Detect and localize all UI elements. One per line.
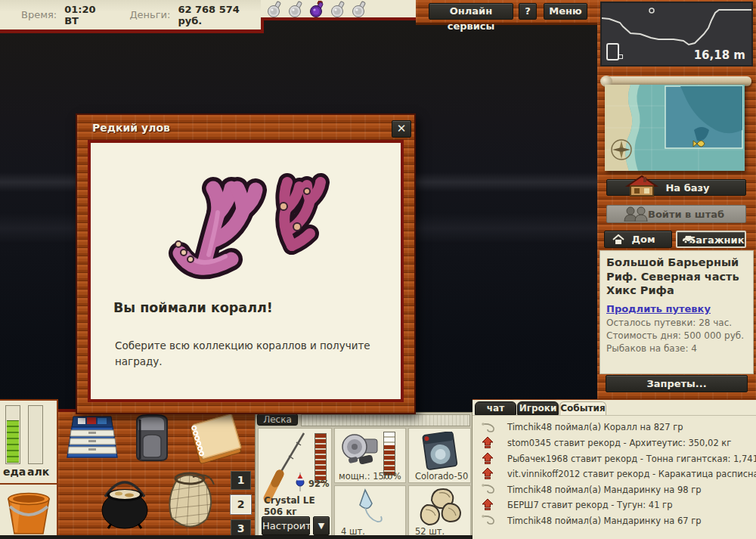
rod-name: Crystal LE <box>264 495 315 506</box>
notebook-icon[interactable] <box>185 414 246 465</box>
home-icon <box>612 234 624 244</box>
location-title: Большой Барьерный Риф. Северная часть Хи… <box>606 256 747 298</box>
line-label: Леска <box>257 414 298 426</box>
bucket-panel <box>0 483 58 539</box>
top-menu-bar: Онлайн сервисы ? Меню <box>416 0 597 25</box>
battery-icon <box>606 43 619 60</box>
potion-flask-empty-icon[interactable] <box>265 1 285 17</box>
map-fish-marker <box>693 141 705 147</box>
car-icon <box>682 234 695 243</box>
event-message: vit.vinnikoff2012 ставит рекорд - Карака… <box>507 469 756 479</box>
base-house-icon <box>624 174 659 198</box>
rod-capacity: 506 кг <box>264 506 297 517</box>
rod-percent: 92% <box>308 479 330 489</box>
float-icon <box>295 472 305 492</box>
potion-flask-empty-icon[interactable] <box>350 1 370 17</box>
rare-catch-dialog: Редкий улов ✕ <box>76 113 416 414</box>
float-marker <box>649 8 654 13</box>
line-name: Colorado-50 <box>415 471 468 482</box>
reel-charge-bar <box>383 432 395 475</box>
fishhook-icon <box>482 514 498 526</box>
potion-flask-full-icon[interactable] <box>308 1 327 17</box>
rod-dropdown-button[interactable]: ▼ <box>313 516 330 535</box>
location-panel: Большой Барьерный Риф. Северная часть Хи… <box>600 250 754 374</box>
compass-rose-icon <box>612 140 631 160</box>
potion-flask-empty-icon[interactable] <box>329 1 349 17</box>
event-message: БЕРШ7 ставит рекорд - Тугун: 41 гр <box>507 500 672 510</box>
money-label: Деньги: <box>129 9 170 20</box>
reel-slot[interactable]: мощн.: 150 70% <box>334 428 406 483</box>
keepnet-icon[interactable] <box>160 468 220 534</box>
food-meter <box>5 405 20 464</box>
online-services-button[interactable]: Онлайн сервисы <box>429 3 513 20</box>
event-message: stom0345 ставит рекорд - Архитеутис: 350… <box>507 438 731 448</box>
record-up-arrow-icon <box>482 436 498 448</box>
sonar-panel: 16,18 m <box>600 2 753 67</box>
help-button[interactable]: ? <box>519 3 537 20</box>
line-spool-icon <box>422 432 458 471</box>
potion-bar <box>261 0 423 20</box>
reel-icon <box>339 432 382 468</box>
game-screen: 16,18 m <box>0 0 756 539</box>
tab-chat[interactable]: чат <box>475 401 516 415</box>
dialog-title: Редкий улов <box>92 122 170 134</box>
inventory-area: 1 2 3 <box>58 409 255 539</box>
tackle-panel: Леска 92% Crystal LE 506 кг <box>255 412 472 539</box>
configure-rod-button[interactable]: Настроить <box>262 516 310 535</box>
money-value: 62 768 574 руб. <box>178 4 261 26</box>
status-bar: Время: 01:20 ВТ Деньги: 62 768 574 руб. <box>0 0 264 33</box>
record-up-arrow-icon <box>482 467 498 479</box>
event-message: Рыбачек1968 ставит рекорд - Тонна гигант… <box>507 454 756 464</box>
minimap[interactable] <box>605 85 745 171</box>
bucket-icon[interactable] <box>2 488 55 538</box>
record-up-arrow-icon <box>482 498 498 510</box>
time-value: 01:20 ВТ <box>64 4 110 26</box>
extend-ticket-link[interactable]: Продлить путевку <box>606 303 711 314</box>
fishhook-icon <box>482 483 498 495</box>
jig-lure-icon <box>345 488 392 526</box>
coral-image <box>157 156 331 293</box>
fishhook-icon <box>482 422 498 434</box>
menu-button[interactable]: Меню <box>544 3 587 20</box>
tab-events[interactable]: События <box>559 401 606 415</box>
record-up-arrow-icon <box>482 452 498 464</box>
catch-heading: Вы поймали коралл! <box>113 300 273 315</box>
inventory-slot-2[interactable]: 2 <box>231 495 251 514</box>
bait-slot[interactable]: 52 шт. <box>408 485 471 537</box>
close-icon[interactable]: ✕ <box>392 120 411 138</box>
ticket-left-text: Осталось путевки: 28 час. <box>606 318 747 328</box>
inventory-slot-1[interactable]: 1 <box>231 471 251 490</box>
rod-slot[interactable]: 92% Crystal LE 506 кг Настроить ▼ <box>258 428 332 537</box>
catch-description: Соберите всю коллекцию кораллов и получи… <box>115 338 396 370</box>
events-list: Timchik48 поймал(а) Коралл на 827 гр sto… <box>472 415 756 539</box>
backpack-icon[interactable] <box>128 414 176 462</box>
bottom-edge <box>0 535 472 539</box>
fishers-count-text: Рыбаков на базе: 4 <box>606 343 747 354</box>
day-cost-text: Стоимость дня: 500 000 руб. <box>606 330 747 341</box>
tackle-box-icon[interactable] <box>64 414 120 462</box>
event-message: Timchik48 поймал(а) Коралл на 827 гр <box>507 422 683 432</box>
oysters-icon <box>415 487 465 528</box>
bans-button[interactable]: Запреты... <box>606 375 748 392</box>
alcohol-label: алк <box>27 466 49 478</box>
people-icon <box>623 206 649 221</box>
lure-slot[interactable]: 4 шт. <box>334 485 406 537</box>
line-slot[interactable]: Colorado-50 <box>408 428 471 483</box>
needs-panel: еда алк <box>0 399 58 483</box>
event-message: Timchik48 поймал(а) Мандаринку на 98 гр <box>507 485 702 495</box>
reel-percent: 70% <box>382 471 401 482</box>
time-label: Время: <box>21 9 57 20</box>
fishing-rod-icon <box>262 432 308 503</box>
cooking-pot-icon[interactable] <box>98 471 152 531</box>
depth-value: 16,18 m <box>694 48 745 62</box>
alcohol-meter <box>28 405 43 464</box>
tab-players[interactable]: Игроки <box>517 401 559 415</box>
chat-panel: чат Игроки События Timchik48 поймал(а) К… <box>472 399 756 539</box>
dialog-content: Вы поймали коралл! Соберите всю коллекци… <box>88 140 404 402</box>
line-wear-bar <box>301 414 470 426</box>
event-message: Timchik48 поймал(а) Мандаринку на 67 гр <box>507 516 702 526</box>
rod-durability-bar <box>314 433 327 483</box>
potion-flask-empty-icon[interactable] <box>287 1 306 17</box>
food-label: еда <box>3 466 26 478</box>
